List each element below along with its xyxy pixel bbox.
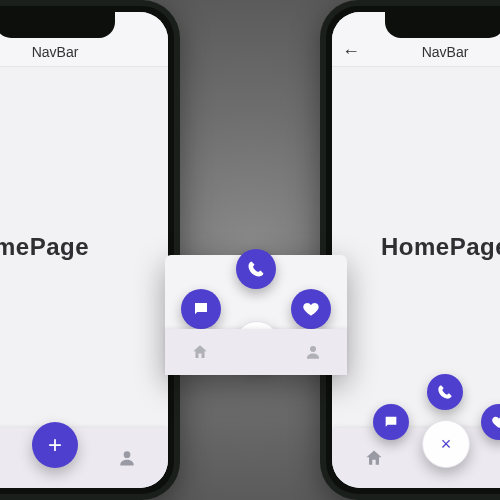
page-body: HomePage — [332, 66, 500, 428]
plus-icon: + — [48, 431, 62, 459]
phone-icon — [437, 384, 453, 400]
back-button[interactable]: ← — [342, 42, 360, 60]
stage: NavBar HomePage + — [0, 0, 500, 500]
close-icon: × — [441, 434, 452, 455]
home-icon — [191, 343, 209, 361]
zoom-overlay: × — [165, 255, 347, 375]
chat-icon — [383, 414, 399, 430]
nav-center: + — [25, 428, 85, 488]
fab-action-phone[interactable] — [427, 374, 463, 410]
phone-notch — [0, 12, 115, 38]
phone-mock-collapsed: NavBar HomePage + — [0, 0, 180, 500]
fab-action-chat[interactable] — [181, 289, 221, 329]
nav-profile[interactable] — [475, 448, 500, 468]
fab-action-heart[interactable] — [291, 289, 331, 329]
nav-profile[interactable] — [85, 448, 168, 468]
phone-icon — [247, 260, 265, 278]
nav-home[interactable] — [165, 343, 234, 361]
page-title: HomePage — [381, 233, 500, 261]
nav-profile[interactable] — [278, 343, 347, 361]
fab-main[interactable]: + — [32, 422, 78, 468]
svg-point-2 — [310, 346, 316, 352]
phone-notch — [385, 12, 500, 38]
phone-mock-expanded: ← NavBar HomePage — [320, 0, 500, 500]
fab-action-chat[interactable] — [373, 404, 409, 440]
page-title: HomePage — [0, 233, 89, 261]
fab-main[interactable]: × — [422, 420, 470, 468]
page-body: HomePage — [0, 66, 168, 428]
bottom-nav: × — [332, 428, 500, 488]
person-icon — [304, 343, 322, 361]
phone-screen: ← NavBar HomePage — [332, 12, 500, 488]
home-icon — [364, 448, 384, 468]
nav-home[interactable] — [0, 448, 25, 468]
fab-action-phone[interactable] — [236, 249, 276, 289]
bottom-nav — [165, 329, 347, 375]
bottom-nav: + — [0, 428, 168, 488]
nav-home[interactable] — [332, 448, 415, 468]
heart-icon — [491, 414, 500, 430]
nav-center: × — [415, 428, 475, 488]
heart-icon — [302, 300, 320, 318]
app-bar-title: NavBar — [422, 44, 469, 60]
phone-screen: NavBar HomePage + — [0, 12, 168, 488]
svg-point-0 — [123, 451, 130, 458]
chat-icon — [192, 300, 210, 318]
app-bar-title: NavBar — [32, 44, 79, 60]
person-icon — [117, 448, 137, 468]
